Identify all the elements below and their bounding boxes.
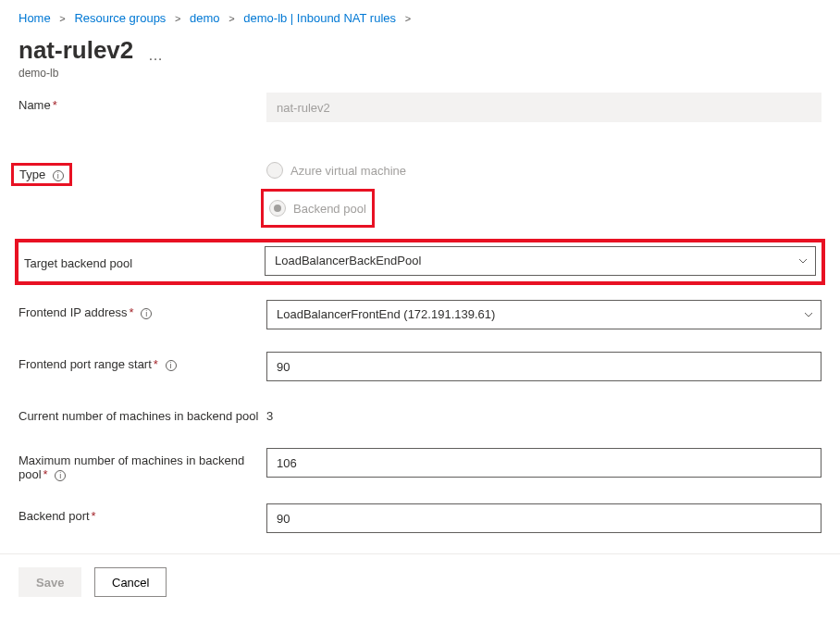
label-frontend-port-start: Frontend port range start* i — [19, 352, 266, 371]
cancel-button[interactable]: Cancel — [94, 567, 167, 597]
required-indicator: * — [130, 305, 134, 319]
row-name: Name* — [11, 89, 829, 126]
save-button: Save — [19, 567, 81, 597]
page-title: nat-rulev2 — [19, 36, 133, 65]
radio-icon — [269, 200, 286, 217]
required-indicator: * — [53, 98, 57, 112]
highlight-target-backend-pool: Target backend pool LoadBalancerBackEndP… — [15, 239, 825, 285]
radio-icon — [266, 162, 283, 179]
breadcrumb-item-demo[interactable]: demo — [190, 11, 220, 25]
radio-azure-vm-label: Azure virtual machine — [290, 164, 406, 178]
more-button[interactable]: … — [148, 47, 164, 63]
info-icon[interactable]: i — [141, 308, 152, 319]
form-area: Name* Type i Azure virtual machine — [0, 89, 840, 537]
required-indicator: * — [43, 467, 48, 481]
info-icon[interactable]: i — [53, 170, 64, 181]
info-icon[interactable]: i — [55, 470, 66, 481]
breadcrumb-item-inbound-nat-rules[interactable]: demo-lb | Inbound NAT rules — [243, 11, 396, 25]
label-type: Type — [19, 168, 45, 181]
row-frontend-port-start: Frontend port range start* i — [11, 348, 829, 385]
highlight-backend-pool: Backend pool — [261, 189, 375, 228]
required-indicator: * — [154, 357, 158, 371]
frontend-ip-select[interactable]: LoadBalancerFrontEnd (172.191.139.61) — [266, 300, 821, 329]
target-backend-pool-select[interactable]: LoadBalancerBackEndPool — [265, 246, 816, 276]
label-current-machines: Current number of machines in backend po… — [19, 404, 266, 423]
chevron-right-icon: > — [175, 13, 180, 24]
chevron-right-icon: > — [59, 13, 65, 24]
chevron-right-icon: > — [229, 13, 234, 24]
breadcrumb-item-home[interactable]: Home — [19, 11, 51, 25]
name-input — [266, 93, 821, 122]
current-machines-value: 3 — [266, 404, 821, 423]
row-current-machines: Current number of machines in backend po… — [11, 400, 829, 429]
row-frontend-ip: Frontend IP address* i LoadBalancerFront… — [11, 296, 829, 333]
chevron-right-icon: > — [405, 13, 411, 24]
row-backend-port: Backend port* — [11, 500, 829, 537]
label-name: Name* — [19, 93, 266, 112]
frontend-port-start-input[interactable] — [266, 352, 821, 381]
breadcrumb-item-resource-groups[interactable]: Resource groups — [74, 11, 166, 25]
row-type: Type i Azure virtual machine Backend poo… — [11, 154, 829, 231]
info-icon[interactable]: i — [166, 360, 177, 371]
radio-backend-pool-label: Backend pool — [293, 202, 366, 216]
backend-port-input[interactable] — [266, 503, 821, 533]
radio-azure-vm: Azure virtual machine — [266, 157, 821, 183]
required-indicator: * — [92, 509, 96, 523]
highlight-type: Type i — [11, 163, 72, 186]
footer: Save Cancel — [0, 553, 840, 610]
breadcrumb: Home > Resource groups > demo > demo-lb … — [0, 0, 840, 32]
page-header: nat-rulev2 … — [0, 32, 840, 67]
max-machines-input[interactable] — [266, 448, 821, 478]
radio-backend-pool: Backend pool — [269, 195, 366, 221]
page-subtitle: demo-lb — [0, 67, 840, 89]
radio-selected-dot — [274, 205, 281, 212]
row-max-machines: Maximum number of machines in backend po… — [11, 444, 829, 485]
label-target-backend-pool: Target backend pool — [24, 253, 265, 270]
label-backend-port: Backend port* — [19, 503, 266, 523]
label-frontend-ip: Frontend IP address* i — [19, 300, 266, 319]
label-max-machines: Maximum number of machines in backend po… — [19, 448, 266, 481]
